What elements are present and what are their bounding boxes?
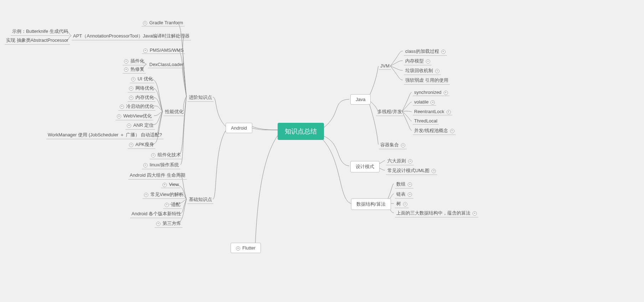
- node-algo[interactable]: 上面的三大数据结构中，蕴含的算法+: [395, 209, 478, 217]
- expand-icon[interactable]: +: [127, 124, 131, 128]
- node-jvm-ref[interactable]: 强软弱虚 引用的使用: [404, 76, 450, 85]
- expand-icon[interactable]: +: [129, 96, 133, 100]
- node-apt-butterknife[interactable]: 示例：Butterknife 生成代码: [11, 27, 69, 36]
- node-tree[interactable]: 树+: [395, 200, 409, 208]
- node-pms[interactable]: +PMS/AMS/WMS: [142, 47, 185, 54]
- expand-icon[interactable]: +: [441, 50, 445, 54]
- node-sync[interactable]: synchronized+: [413, 89, 449, 96]
- node-gradle[interactable]: +Gradle Tranform: [141, 19, 185, 26]
- node-component[interactable]: +组件化技术: [150, 151, 182, 159]
- expand-icon[interactable]: +: [403, 202, 407, 206]
- node-threadlocal[interactable]: ThredLocal: [413, 117, 439, 125]
- expand-icon[interactable]: +: [120, 105, 124, 109]
- node-perf-webview[interactable]: +WebView优化: [115, 112, 153, 120]
- expand-icon[interactable]: +: [124, 67, 128, 72]
- expand-icon[interactable]: +: [408, 182, 412, 187]
- node-dex[interactable]: DexClassLoader: [148, 61, 185, 68]
- node-jvm-classload[interactable]: class的加载过程+: [404, 47, 447, 56]
- expand-icon[interactable]: +: [163, 183, 167, 187]
- node-linux[interactable]: +linux/操作系统: [142, 161, 180, 169]
- node-advanced[interactable]: 进阶知识点: [187, 94, 213, 102]
- node-linkedlist[interactable]: 链表+: [395, 190, 413, 198]
- expand-icon[interactable]: +: [165, 203, 169, 207]
- node-flutter[interactable]: +Flutter: [231, 243, 261, 253]
- node-plugin[interactable]: +插件化: [123, 57, 146, 65]
- expand-icon[interactable]: +: [124, 59, 128, 64]
- node-android[interactable]: Android: [226, 123, 252, 133]
- expand-icon[interactable]: +: [131, 77, 135, 81]
- node-apt[interactable]: APT（AnnotationProcessorTool）Java编译时注解处理器: [72, 32, 191, 40]
- node-perf-mem[interactable]: +内存优化: [128, 94, 155, 102]
- node-lifecycle[interactable]: Android 四大组件 生命周期: [128, 171, 187, 180]
- root-node[interactable]: 知识点总结: [278, 123, 324, 140]
- expand-icon[interactable]: +: [432, 169, 436, 173]
- expand-icon[interactable]: +: [117, 114, 121, 119]
- node-jvm[interactable]: JVM: [379, 62, 391, 70]
- node-view[interactable]: +View: [161, 181, 180, 188]
- expand-icon[interactable]: +: [444, 91, 448, 95]
- expand-icon[interactable]: +: [129, 86, 133, 91]
- node-basic[interactable]: 基础知识点: [187, 196, 213, 204]
- expand-icon[interactable]: +: [408, 159, 412, 163]
- node-adapt[interactable]: +适配: [163, 201, 182, 209]
- expand-icon[interactable]: +: [447, 110, 451, 114]
- expand-icon[interactable]: +: [144, 193, 148, 197]
- node-perf-cold[interactable]: +冷启动的优化: [118, 102, 155, 111]
- node-perf-anr[interactable]: +ANR 定位: [125, 121, 155, 130]
- node-perf-apk[interactable]: +APK瘦身: [128, 141, 155, 149]
- node-design-uml[interactable]: 常见设计模式UML图+: [386, 167, 437, 175]
- expand-icon[interactable]: +: [151, 153, 155, 157]
- node-jvm-gc[interactable]: 垃圾回收机制+: [404, 67, 441, 75]
- node-version[interactable]: Android 各个版本新特性: [130, 210, 182, 218]
- node-volatile[interactable]: volatile+: [413, 99, 436, 106]
- node-threadpool[interactable]: 并发/线程池概念+: [413, 127, 456, 135]
- node-reentrantlock[interactable]: ReentrantLock+: [413, 108, 452, 115]
- expand-icon[interactable]: +: [236, 246, 240, 251]
- expand-icon[interactable]: +: [143, 21, 147, 25]
- node-ds[interactable]: 数据结构/算法: [351, 198, 391, 210]
- expand-icon[interactable]: +: [473, 211, 477, 216]
- expand-icon[interactable]: +: [431, 100, 435, 105]
- node-perf[interactable]: 性能优化: [164, 108, 185, 116]
- expand-icon[interactable]: +: [435, 69, 439, 73]
- expand-icon[interactable]: +: [408, 192, 412, 197]
- expand-icon[interactable]: +: [143, 49, 148, 53]
- node-array[interactable]: 数组+: [395, 180, 413, 188]
- node-hotfix[interactable]: +热修复: [123, 65, 146, 74]
- node-common-view[interactable]: +常见View的解析: [143, 191, 185, 199]
- node-jvm-mem[interactable]: 内存模型+: [404, 57, 432, 65]
- node-multithread[interactable]: 多线程/并发: [376, 108, 403, 116]
- expand-icon[interactable]: +: [401, 143, 405, 147]
- node-apt-abstractprocessor[interactable]: 实现 抽象类AbstractProcessor: [5, 36, 70, 45]
- expand-icon[interactable]: +: [129, 143, 133, 147]
- node-thirdparty[interactable]: +第三方库: [155, 220, 182, 228]
- expand-icon[interactable]: +: [450, 129, 454, 133]
- node-perf-net[interactable]: +网络优化: [128, 84, 155, 92]
- expand-icon[interactable]: +: [156, 222, 160, 226]
- expand-icon[interactable]: +: [426, 59, 430, 64]
- node-perf-workmanager[interactable]: WorkManager 使用 (JobScheduler ＋ 广播） 自动适配?: [46, 131, 164, 139]
- node-design[interactable]: 设计模式: [350, 161, 380, 172]
- node-design-six[interactable]: 六大原则+: [386, 157, 414, 165]
- node-perf-ui[interactable]: +UI 优化: [130, 75, 154, 83]
- connectors: [0, 0, 644, 302]
- node-container[interactable]: 容器集合+: [379, 141, 407, 149]
- expand-icon[interactable]: +: [143, 163, 148, 167]
- node-java[interactable]: Java: [350, 94, 371, 105]
